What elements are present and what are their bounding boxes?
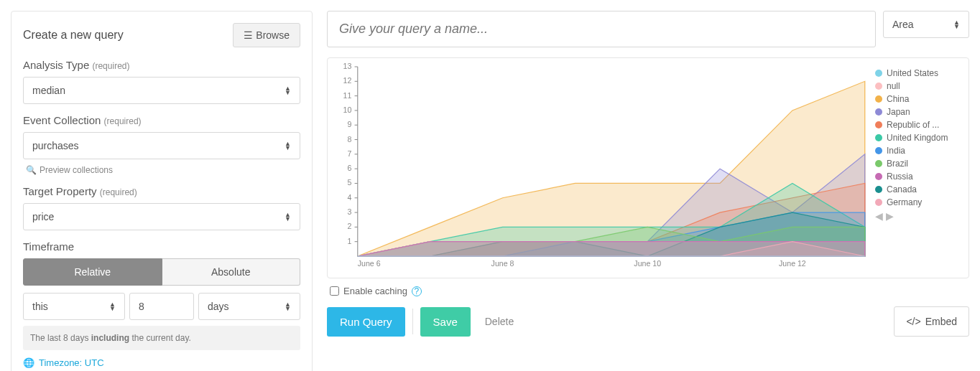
svg-text:13: 13 (343, 62, 352, 70)
results-panel: Area ▲▼ 12345678910111213June 6June 8Jun… (327, 11, 969, 371)
legend-item[interactable]: United Kingdom (875, 133, 961, 143)
svg-text:June 10: June 10 (634, 260, 661, 268)
legend-item[interactable]: Republic of ... (875, 120, 961, 130)
svg-text:9: 9 (347, 121, 351, 128)
preview-collections-link[interactable]: 🔍 Preview collections (26, 165, 300, 175)
query-builder-panel: Create a new query ☰ Browse Analysis Typ… (11, 11, 313, 371)
legend-dot (875, 83, 882, 90)
legend-dot (875, 121, 882, 128)
legend-item[interactable]: Canada (875, 184, 961, 194)
svg-text:2: 2 (347, 223, 351, 231)
panel-title: Create a new query (23, 29, 124, 42)
svg-text:4: 4 (347, 194, 351, 202)
legend-item[interactable]: United States (875, 68, 961, 78)
svg-text:6: 6 (347, 164, 351, 172)
timezone-link[interactable]: 🌐 Timezone: UTC (23, 357, 300, 368)
target-property-label: Target Property (required) (23, 185, 300, 197)
caret-icon: ▲▼ (953, 20, 960, 29)
delete-button[interactable]: Delete (478, 307, 521, 336)
divider (412, 309, 413, 334)
relative-qualifier-select[interactable]: this ▲▼ (23, 293, 125, 320)
svg-text:3: 3 (347, 208, 351, 216)
next-icon[interactable]: ▶ (886, 210, 894, 222)
timeframe-label: Timeframe (23, 240, 300, 253)
svg-text:7: 7 (347, 150, 351, 158)
legend-item[interactable]: Brazil (875, 159, 961, 169)
legend-dot (875, 95, 882, 103)
relative-amount-input[interactable]: 8 (129, 293, 194, 320)
legend-dot (875, 199, 882, 206)
caret-icon: ▲▼ (285, 212, 291, 221)
embed-button[interactable]: </> Embed (894, 306, 969, 337)
svg-text:10: 10 (343, 106, 352, 114)
enable-caching-label: Enable caching (343, 286, 407, 296)
legend-dot (875, 108, 882, 116)
legend-item[interactable]: China (875, 94, 961, 104)
search-icon: 🔍 (26, 165, 37, 175)
timeframe-description: The last 8 days including the current da… (23, 326, 300, 350)
legend-item[interactable]: India (875, 146, 961, 156)
globe-icon: 🌐 (23, 357, 34, 368)
run-query-button[interactable]: Run Query (327, 307, 405, 337)
legend-dot (875, 186, 882, 193)
chart-type-select[interactable]: Area ▲▼ (883, 11, 969, 38)
event-collection-label: Event Collection (required) (23, 114, 300, 126)
target-property-select[interactable]: price ▲▼ (23, 203, 300, 230)
tab-relative[interactable]: Relative (23, 258, 162, 286)
query-name-input[interactable] (327, 11, 876, 47)
svg-text:12: 12 (343, 78, 352, 85)
svg-text:11: 11 (343, 92, 352, 100)
legend-dot (875, 134, 882, 141)
legend-item[interactable]: Japan (875, 107, 961, 117)
analysis-type-select[interactable]: median ▲▼ (23, 77, 300, 104)
legend-pager[interactable]: ◀▶ (875, 210, 961, 222)
relative-unit-select[interactable]: days ▲▼ (198, 293, 300, 320)
svg-text:8: 8 (347, 136, 351, 144)
legend-item[interactable]: Russia (875, 172, 961, 182)
svg-text:1: 1 (347, 238, 351, 245)
browse-button[interactable]: ☰ Browse (233, 23, 300, 47)
enable-caching-checkbox[interactable] (330, 286, 339, 296)
legend-dot (875, 173, 882, 180)
caret-icon: ▲▼ (109, 302, 116, 311)
legend-dot (875, 147, 882, 154)
legend-item[interactable]: Germany (875, 197, 961, 207)
legend-item[interactable]: null (875, 81, 961, 91)
caret-icon: ▲▼ (285, 141, 291, 150)
event-collection-select[interactable]: purchases ▲▼ (23, 132, 300, 159)
svg-text:June 6: June 6 (358, 260, 381, 268)
chart-legend: United StatesnullChinaJapanRepublic of .… (875, 62, 961, 271)
help-icon[interactable]: ? (412, 286, 422, 296)
caret-icon: ▲▼ (285, 86, 291, 95)
analysis-type-label: Analysis Type (required) (23, 59, 300, 71)
svg-text:June 8: June 8 (491, 260, 514, 268)
svg-text:June 12: June 12 (779, 260, 806, 268)
list-icon: ☰ (244, 29, 253, 41)
prev-icon[interactable]: ◀ (875, 210, 883, 222)
code-icon: </> (906, 316, 920, 327)
chart-area: 12345678910111213June 6June 8June 10June… (335, 62, 868, 271)
save-button[interactable]: Save (420, 307, 471, 337)
legend-dot (875, 160, 882, 167)
tab-absolute[interactable]: Absolute (162, 258, 301, 286)
legend-dot (875, 70, 882, 77)
caret-icon: ▲▼ (285, 302, 291, 311)
svg-text:5: 5 (347, 179, 351, 187)
